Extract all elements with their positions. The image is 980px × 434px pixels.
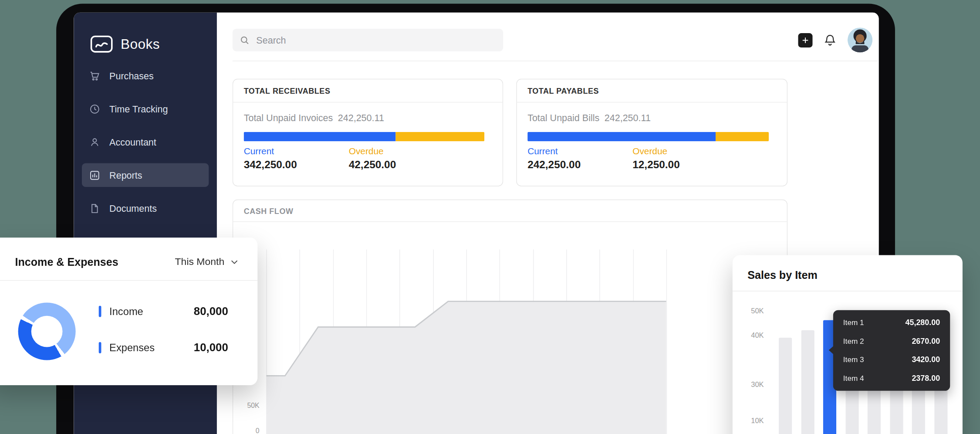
payables-progress-bar xyxy=(527,132,769,142)
total-receivables-card: TOTAL RECEIVABLES Total Unpaid Invoices2… xyxy=(233,79,503,186)
legend-row-expenses: Expenses 10,000 xyxy=(99,339,228,356)
cashflow-plot xyxy=(266,250,666,434)
overdue-value: 42,250.00 xyxy=(349,159,396,171)
period-label: This Month xyxy=(175,256,225,268)
unpaid-bills-line: Total Unpaid Bills242,250.11 xyxy=(527,112,651,123)
overdue-label: Overdue xyxy=(632,146,667,156)
unpaid-label: Total Unpaid Invoices xyxy=(244,112,333,123)
unpaid-value: 242,250.11 xyxy=(338,112,384,123)
tooltip-item-value: 3420.00 xyxy=(912,356,940,364)
tooltip-item-label: Item 2 xyxy=(843,337,864,346)
current-value: 342,250.00 xyxy=(244,159,297,171)
accountant-icon xyxy=(89,136,101,148)
sidebar-item-accountant[interactable]: Accountant xyxy=(82,130,209,154)
topbar-actions xyxy=(798,27,872,52)
progress-current-segment xyxy=(527,132,716,142)
tooltip-item-value: 45,280.00 xyxy=(905,318,940,327)
books-logo-icon xyxy=(90,35,113,53)
income-marker xyxy=(99,306,101,317)
tooltip-item-label: Item 3 xyxy=(843,356,864,364)
notifications-bell-icon[interactable] xyxy=(823,33,837,47)
card-divider xyxy=(233,102,502,102)
card-title: TOTAL PAYABLES xyxy=(527,87,599,95)
search-input[interactable] xyxy=(233,29,503,51)
sidebar-nav: Purchases Time Tracking Accountant xyxy=(74,64,217,220)
cashflow-ytick: 50K xyxy=(243,401,259,409)
app-title: Books xyxy=(121,36,160,52)
sales-tooltip: Item 1 45,280.00 Item 2 2670.00 Item 3 3… xyxy=(833,310,950,391)
document-icon xyxy=(89,202,101,214)
total-payables-card: TOTAL PAYABLES Total Unpaid Bills242,250… xyxy=(516,79,787,186)
cash-flow-card: CASH FLOW 50K 0 xyxy=(233,200,787,434)
card-divider xyxy=(233,221,787,222)
sidebar-item-label: Documents xyxy=(109,203,157,214)
sales-by-item-card: Sales by Item 50K 40K 30K 10K Item 1 45,… xyxy=(733,255,963,434)
legend-row-income: Income 80,000 xyxy=(99,303,228,320)
card-divider xyxy=(517,102,787,102)
unpaid-invoices-line: Total Unpaid Invoices242,250.11 xyxy=(244,112,384,123)
cashflow-area-chart xyxy=(266,250,666,434)
progress-overdue-segment xyxy=(395,132,484,142)
search-icon xyxy=(240,35,250,45)
card-title: TOTAL RECEIVABLES xyxy=(244,87,331,95)
card-title: CASH FLOW xyxy=(244,207,294,216)
income-expenses-donut-chart xyxy=(18,303,76,360)
avatar-image xyxy=(848,27,872,52)
overdue-value: 12,250.00 xyxy=(632,159,680,171)
topbar-divider xyxy=(233,61,879,61)
user-avatar[interactable] xyxy=(848,27,872,52)
tooltip-item-value: 2378.00 xyxy=(912,374,940,383)
reports-icon xyxy=(89,169,101,181)
income-expenses-title: Income & Expenses xyxy=(15,256,118,269)
card-divider xyxy=(0,280,257,281)
progress-current-segment xyxy=(244,132,395,142)
period-selector[interactable]: This Month xyxy=(175,256,239,268)
app-logo: Books xyxy=(90,35,160,53)
progress-overdue-segment xyxy=(716,132,769,142)
add-new-button[interactable] xyxy=(798,33,812,47)
tooltip-row: Item 3 3420.00 xyxy=(843,356,940,364)
stage: Books Purchases Time Tracking xyxy=(0,0,980,434)
chevron-down-icon xyxy=(230,258,239,266)
current-value: 242,250.00 xyxy=(527,159,581,171)
current-label: Current xyxy=(244,146,274,156)
sidebar-item-documents[interactable]: Documents xyxy=(82,197,209,220)
tooltip-row: Item 4 2378.00 xyxy=(843,374,940,383)
current-label: Current xyxy=(527,146,558,156)
cart-icon xyxy=(89,70,101,81)
cashflow-ytick: 0 xyxy=(243,427,259,434)
income-value: 80,000 xyxy=(194,305,228,318)
sidebar-item-reports[interactable]: Reports xyxy=(82,163,209,187)
sales-bar[interactable] xyxy=(779,338,792,434)
tooltip-item-label: Item 4 xyxy=(843,374,864,383)
gridline xyxy=(666,250,667,434)
income-expenses-card: Income & Expenses This Month Income 80,0… xyxy=(0,237,257,385)
sales-bar[interactable] xyxy=(801,330,814,434)
sidebar-item-time-tracking[interactable]: Time Tracking xyxy=(82,97,209,121)
expenses-marker xyxy=(99,342,101,353)
unpaid-value: 242,250.11 xyxy=(605,112,651,123)
tooltip-row: Item 1 45,280.00 xyxy=(843,318,940,327)
expenses-label: Expenses xyxy=(109,342,155,353)
income-label: Income xyxy=(109,305,143,317)
receivables-progress-bar xyxy=(244,132,484,142)
tooltip-row: Item 2 2670.00 xyxy=(843,337,940,346)
clock-icon xyxy=(89,103,101,115)
unpaid-label: Total Unpaid Bills xyxy=(527,112,599,123)
sidebar-item-purchases[interactable]: Purchases xyxy=(82,64,209,88)
sidebar-item-label: Time Tracking xyxy=(109,103,168,114)
overdue-label: Overdue xyxy=(349,146,384,156)
sidebar-item-label: Reports xyxy=(109,170,142,180)
sidebar-item-label: Accountant xyxy=(109,137,156,147)
expenses-value: 10,000 xyxy=(194,341,228,354)
tooltip-item-label: Item 1 xyxy=(843,318,864,327)
tooltip-item-value: 2670.00 xyxy=(912,337,940,346)
plus-icon xyxy=(801,36,810,44)
sidebar-item-label: Purchases xyxy=(109,70,154,81)
